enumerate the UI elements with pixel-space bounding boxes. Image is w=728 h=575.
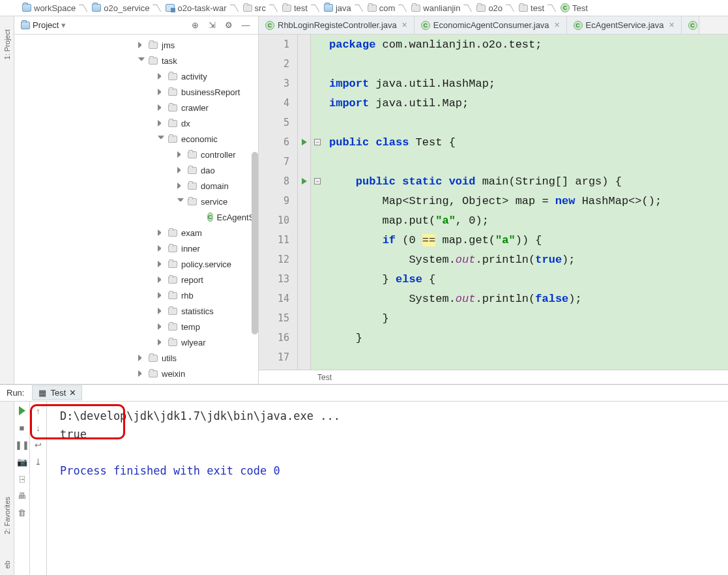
line-number[interactable]: 1 bbox=[259, 35, 297, 54]
tree-item[interactable]: utils bbox=[14, 350, 258, 366]
chevron-icon[interactable] bbox=[158, 120, 164, 126]
line-number[interactable]: 7 bbox=[259, 152, 297, 171]
chevron-icon[interactable] bbox=[177, 167, 184, 173]
code-line[interactable]: import java.util.HashMap; bbox=[329, 74, 728, 93]
line-number[interactable]: 10 bbox=[259, 211, 297, 230]
tree-item[interactable]: jms bbox=[14, 37, 258, 53]
chevron-icon[interactable] bbox=[177, 183, 184, 189]
tree-item[interactable]: statistics bbox=[14, 303, 258, 319]
chevron-icon[interactable] bbox=[158, 261, 164, 267]
tree-item[interactable]: businessReport bbox=[14, 84, 258, 100]
chevron-icon[interactable] bbox=[158, 73, 164, 80]
code-line[interactable]: Map<String, Object> map = new HashMap<>(… bbox=[329, 191, 728, 211]
chevron-icon[interactable] bbox=[138, 355, 145, 361]
fold-icon[interactable]: − bbox=[314, 178, 321, 184]
chevron-icon[interactable] bbox=[158, 276, 164, 283]
breadcrumb-item[interactable]: o2o_service bbox=[89, 3, 162, 13]
code-line[interactable]: public class Test { bbox=[329, 132, 728, 152]
code-line[interactable]: public static void main(String[] args) { bbox=[329, 171, 728, 191]
tree-item[interactable]: wlyear bbox=[14, 334, 258, 350]
tree-item[interactable]: rhb bbox=[14, 288, 258, 303]
breadcrumb-item[interactable]: CTest bbox=[558, 3, 590, 13]
line-number[interactable]: 17 bbox=[259, 347, 297, 367]
tree-item[interactable]: dx bbox=[14, 115, 258, 131]
line-number[interactable]: 9 bbox=[259, 191, 297, 211]
rail-project[interactable]: 1: Project bbox=[3, 29, 11, 59]
run-gutter[interactable] bbox=[298, 35, 311, 370]
close-icon[interactable]: ✕ bbox=[669, 21, 675, 29]
gear-icon[interactable]: ⚙ bbox=[223, 20, 235, 31]
rail-web[interactable]: eb bbox=[3, 561, 11, 568]
code-line[interactable]: System.out.println(true); bbox=[329, 250, 728, 269]
chevron-icon[interactable] bbox=[158, 292, 164, 299]
chevron-icon[interactable] bbox=[158, 229, 164, 236]
project-tree[interactable]: jmstaskactivitybusinessReportcrawlerdxec… bbox=[14, 35, 258, 384]
down-icon[interactable]: ↓ bbox=[33, 422, 44, 433]
tree-item[interactable]: report bbox=[14, 272, 258, 288]
stop-icon[interactable]: ■ bbox=[17, 422, 27, 433]
rerun-icon[interactable] bbox=[17, 405, 27, 416]
close-icon[interactable]: ✕ bbox=[69, 388, 76, 398]
editor-tab[interactable]: CEcAgentService.java✕ bbox=[567, 16, 682, 34]
editor-tab[interactable]: CEconomicAgentConsumer.java✕ bbox=[415, 16, 567, 34]
chevron-icon[interactable] bbox=[158, 104, 164, 111]
code-line[interactable]: import java.util.Map; bbox=[329, 93, 728, 113]
code-line[interactable] bbox=[329, 113, 728, 132]
line-number[interactable]: 5 bbox=[259, 113, 297, 132]
tree-item[interactable]: task bbox=[14, 53, 258, 68]
tree-item[interactable]: exam bbox=[14, 225, 258, 241]
code-line[interactable]: System.out.println(false); bbox=[329, 289, 728, 308]
chevron-icon[interactable] bbox=[138, 57, 145, 64]
fold-icon[interactable]: − bbox=[314, 139, 321, 145]
breadcrumb-item[interactable]: wanlianjin bbox=[409, 3, 473, 13]
code-line[interactable] bbox=[329, 152, 728, 171]
close-icon[interactable]: ✕ bbox=[554, 21, 560, 29]
line-number[interactable]: 4 bbox=[259, 93, 297, 113]
tree-item[interactable]: weixin bbox=[14, 366, 258, 381]
run-line-icon[interactable] bbox=[302, 139, 307, 145]
tree-item[interactable]: economic bbox=[14, 131, 258, 147]
chevron-icon[interactable] bbox=[158, 339, 164, 346]
wrap-icon[interactable]: ↩ bbox=[33, 439, 44, 450]
up-icon[interactable]: ↑ bbox=[33, 405, 44, 416]
line-number[interactable]: 14 bbox=[259, 289, 297, 308]
code-line[interactable]: if (0 == map.get("a")) { bbox=[329, 230, 728, 250]
chevron-icon[interactable] bbox=[138, 370, 145, 377]
tree-item[interactable]: dao bbox=[14, 162, 258, 178]
line-number[interactable]: 8 bbox=[259, 171, 297, 191]
locate-icon[interactable]: ⊕ bbox=[189, 20, 201, 31]
code-line[interactable]: package com.wanlianjin.o2o.test; bbox=[329, 35, 728, 54]
tree-item[interactable]: wxmove bbox=[14, 381, 258, 384]
chevron-icon[interactable] bbox=[158, 308, 164, 314]
line-number[interactable]: 11 bbox=[259, 230, 297, 250]
breadcrumb-item[interactable]: test bbox=[280, 3, 320, 13]
line-number[interactable]: 12 bbox=[259, 250, 297, 269]
hide-icon[interactable]: — bbox=[240, 20, 252, 31]
editor-tab[interactable]: CRhbLoginRegisteController.java✕ bbox=[259, 16, 415, 34]
close-icon[interactable]: ✕ bbox=[401, 21, 407, 29]
line-number[interactable]: 6 bbox=[259, 132, 297, 152]
tree-item[interactable]: controller bbox=[14, 147, 258, 162]
run-tab[interactable]: ▦ Test ✕ bbox=[32, 385, 82, 400]
chevron-icon[interactable] bbox=[158, 89, 164, 95]
tree-item[interactable]: crawler bbox=[14, 100, 258, 115]
line-number[interactable]: 15 bbox=[259, 308, 297, 328]
code-line[interactable] bbox=[329, 54, 728, 74]
run-line-icon[interactable] bbox=[302, 178, 307, 184]
tree-item[interactable]: domain bbox=[14, 178, 258, 194]
chevron-icon[interactable] bbox=[138, 42, 145, 48]
tree-item[interactable]: activity bbox=[14, 68, 258, 84]
chevron-icon[interactable] bbox=[177, 198, 184, 205]
editor-breadcrumb[interactable]: Test bbox=[259, 370, 728, 384]
line-number[interactable]: 16 bbox=[259, 328, 297, 347]
breadcrumb-item[interactable]: o2o bbox=[474, 3, 515, 13]
console-output[interactable]: D:\develop\jdk\jdk1.7\jdk\bin\java.exe .… bbox=[47, 402, 728, 575]
chevron-icon[interactable] bbox=[158, 136, 164, 142]
code-line[interactable] bbox=[329, 347, 728, 367]
tree-item[interactable]: temp bbox=[14, 319, 258, 334]
chevron-icon[interactable] bbox=[158, 323, 164, 330]
breadcrumb-item[interactable]: com bbox=[365, 3, 408, 13]
chevron-icon[interactable] bbox=[177, 151, 184, 158]
pause-icon[interactable]: ❚❚ bbox=[17, 439, 27, 450]
camera-icon[interactable]: 📷 bbox=[17, 456, 27, 467]
